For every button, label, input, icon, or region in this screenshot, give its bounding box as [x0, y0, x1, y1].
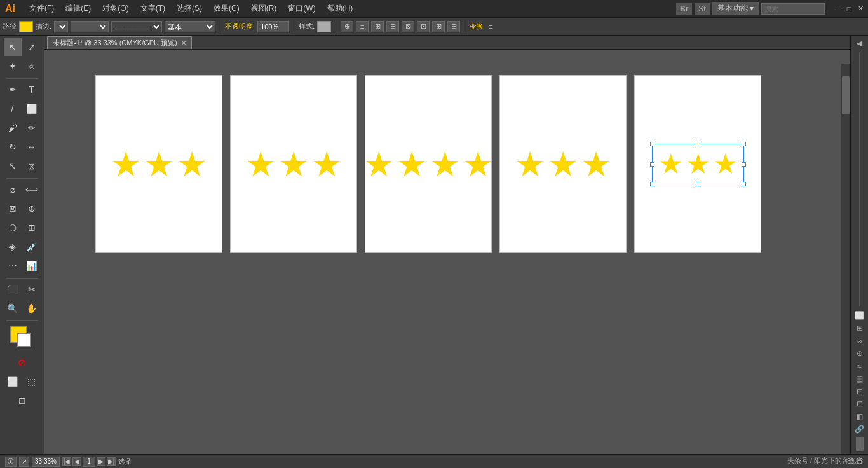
- bridge-btn[interactable]: Br: [676, 3, 692, 15]
- shape-builder-tool[interactable]: ⊕: [23, 200, 41, 217]
- toolbar-divider-1: [220, 20, 220, 33]
- rotate-tool[interactable]: ↻: [4, 138, 22, 156]
- document-tab[interactable]: 未标题-1* @ 33.33% (CMYK/GPU 预览) ✕: [47, 36, 192, 49]
- zoom-tool[interactable]: 🔍: [4, 299, 22, 317]
- minimize-button[interactable]: —: [832, 4, 843, 14]
- align-bottom-btn[interactable]: ⊟: [447, 21, 460, 32]
- panel-arrow-btn[interactable]: ◀: [853, 38, 867, 49]
- panel-btn-10[interactable]: 🔗: [853, 424, 867, 435]
- close-tab-icon[interactable]: ✕: [181, 39, 186, 46]
- align-middle-btn[interactable]: ⊞: [432, 21, 445, 32]
- last-page-btn[interactable]: ▶|: [107, 457, 116, 466]
- watermark: 头条号 / 阳光下的奔跑者: [787, 456, 863, 465]
- panel-btn-3[interactable]: ⌀: [853, 335, 867, 346]
- panel-btn-5[interactable]: ≈: [853, 361, 867, 371]
- star-1-1: ★: [111, 147, 141, 181]
- perspective-tool[interactable]: ⬡: [4, 219, 22, 237]
- paintbrush-tool[interactable]: 🖌: [4, 119, 22, 137]
- free-transform-tool[interactable]: ⊠: [4, 200, 22, 217]
- gradient-tool[interactable]: ◈: [4, 238, 22, 256]
- scroll-thumb[interactable]: [842, 76, 850, 114]
- stroke-end-select[interactable]: 基本: [165, 21, 215, 32]
- menu-select[interactable]: 选择(S): [172, 2, 207, 15]
- window-controls: — □ ✕: [832, 4, 865, 14]
- next-page-btn[interactable]: ▶: [97, 457, 105, 466]
- close-button[interactable]: ✕: [855, 4, 865, 14]
- status-info-btn[interactable]: 🛈: [5, 457, 17, 467]
- menu-object[interactable]: 对象(O): [97, 2, 133, 15]
- align-to-artboard-btn[interactable]: ⊕: [341, 21, 353, 32]
- menu-help[interactable]: 帮助(H): [322, 2, 358, 15]
- panel-btn-2[interactable]: ⊞: [853, 322, 867, 333]
- lasso-tool[interactable]: ⌾: [23, 57, 41, 75]
- blend-tool[interactable]: ⋯: [4, 257, 22, 275]
- stock-btn[interactable]: St: [695, 3, 709, 15]
- width-tool[interactable]: ⟺: [23, 181, 41, 198]
- vertical-scrollbar[interactable]: [841, 64, 850, 454]
- slice-tool[interactable]: ✂: [23, 280, 41, 298]
- shear-tool[interactable]: ⧖: [23, 157, 41, 175]
- panel-btn-1[interactable]: ⬜: [853, 310, 867, 320]
- handle-tm: [696, 142, 700, 146]
- stroke-label: 描边:: [36, 22, 51, 31]
- draw-normal-btn[interactable]: ⬜: [4, 373, 22, 390]
- panel-btn-7[interactable]: ⊟: [853, 386, 867, 397]
- magic-wand-tool[interactable]: ✦: [4, 57, 22, 75]
- warp-tool[interactable]: ⌀: [4, 181, 22, 198]
- stroke-select[interactable]: —: [54, 21, 68, 32]
- menu-view[interactable]: 视图(R): [246, 2, 282, 15]
- right-scroll-thumb[interactable]: [856, 437, 864, 451]
- align-center-btn[interactable]: ⊟: [386, 21, 399, 32]
- stroke-style-select[interactable]: ──────────: [111, 21, 162, 32]
- align-left-btn[interactable]: ⊞: [371, 21, 384, 32]
- hand-tool[interactable]: ✋: [23, 299, 41, 317]
- tool-row-line: / ⬜: [4, 100, 41, 118]
- star-3-4: ★: [463, 147, 493, 181]
- first-page-btn[interactable]: |◀: [62, 457, 71, 466]
- menu-edit[interactable]: 编辑(E): [60, 2, 96, 15]
- workspace-selector[interactable]: 基本功能 ▾: [712, 2, 759, 15]
- distribute-btn[interactable]: ≡: [356, 21, 369, 32]
- type-tool[interactable]: T: [23, 81, 41, 99]
- panel-btn-9[interactable]: ◧: [853, 411, 867, 422]
- rect-tool[interactable]: ⬜: [23, 100, 41, 118]
- style-swatch[interactable]: [317, 21, 331, 32]
- tool-row-scale: ⤡ ⧖: [4, 157, 41, 175]
- none-btn[interactable]: ⊘: [13, 354, 31, 371]
- draw-behind-btn[interactable]: ⬚: [23, 373, 41, 390]
- stroke-weight-select[interactable]: [71, 21, 109, 32]
- background-color[interactable]: [17, 333, 31, 347]
- menu-effect[interactable]: 效果(C): [208, 2, 245, 15]
- panel-btn-8[interactable]: ⊡: [853, 399, 867, 410]
- prev-page-btn[interactable]: ◀: [72, 457, 81, 466]
- status-share-btn[interactable]: ↗: [19, 457, 29, 467]
- scale-tool[interactable]: ⤡: [4, 157, 22, 175]
- opacity-input[interactable]: [257, 21, 289, 32]
- panel-btn-4[interactable]: ⊕: [853, 348, 867, 359]
- page-input[interactable]: 1: [83, 457, 95, 467]
- menu-file[interactable]: 文件(F): [24, 2, 59, 15]
- search-input[interactable]: [761, 3, 825, 15]
- pen-tool[interactable]: ✒: [4, 81, 22, 99]
- artboard-tool[interactable]: ⬛: [4, 280, 22, 298]
- direct-select-tool[interactable]: ↗: [23, 38, 41, 56]
- zoom-input[interactable]: 33.33%: [32, 457, 60, 467]
- panel-btn-6[interactable]: ▤: [853, 373, 867, 384]
- select-tool[interactable]: ↖: [4, 38, 22, 56]
- menu-type[interactable]: 文字(T): [135, 2, 170, 15]
- chart-tool[interactable]: 📊: [23, 257, 41, 275]
- tool-row-screen: ⊡: [13, 392, 31, 410]
- mirror-tool[interactable]: ↔: [23, 138, 41, 156]
- maximize-button[interactable]: □: [844, 4, 854, 14]
- pencil-tool[interactable]: ✏: [23, 119, 41, 137]
- star-1-3: ★: [177, 147, 207, 181]
- fill-color-swatch[interactable]: [19, 21, 33, 32]
- full-screen-btn[interactable]: ⊡: [13, 392, 31, 410]
- eyedropper-tool[interactable]: 💉: [23, 238, 41, 256]
- canvas-viewport[interactable]: ★ ★ ★ ★ ★ ★ ★ ★: [44, 50, 850, 454]
- mesh-tool[interactable]: ⊞: [23, 219, 41, 237]
- menu-window[interactable]: 窗口(W): [283, 2, 320, 15]
- align-top-btn[interactable]: ⊡: [417, 21, 430, 32]
- line-tool[interactable]: /: [4, 100, 22, 118]
- align-right-btn[interactable]: ⊠: [402, 21, 414, 32]
